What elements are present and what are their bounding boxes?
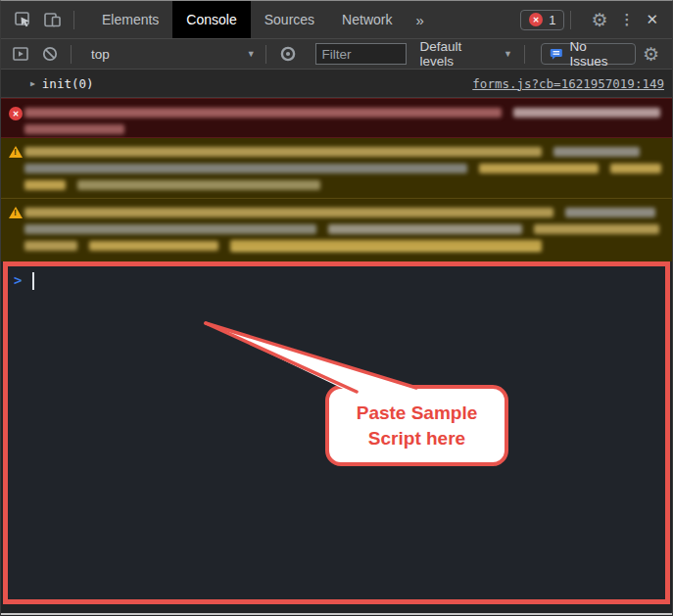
live-expression-eye-button[interactable] xyxy=(272,39,304,69)
tab-sources[interactable]: Sources xyxy=(251,1,328,38)
console-input-region: > xyxy=(1,261,672,604)
window-bottom-edge xyxy=(1,604,672,616)
redacted-text-segment xyxy=(553,147,640,157)
inspect-cursor-icon xyxy=(15,12,31,27)
inspect-element-button[interactable] xyxy=(9,5,37,34)
close-icon: ✕ xyxy=(646,11,658,28)
error-count-badge[interactable]: ✕ 1 xyxy=(520,10,564,30)
console-prompt-chevron-icon: > xyxy=(14,271,22,289)
redacted-text-segment xyxy=(24,108,502,118)
divider xyxy=(71,45,72,64)
log-levels-dropdown[interactable]: Default levels ▼ xyxy=(420,39,516,69)
panel-tabs: Elements Console Sources Network » xyxy=(88,1,434,38)
text-cursor xyxy=(32,272,34,290)
redacted-text-segment xyxy=(230,240,542,252)
console-warning-message-2 xyxy=(1,199,672,261)
device-toolbar-icon xyxy=(43,12,62,28)
redacted-text-segment xyxy=(24,164,467,173)
expand-triangle-icon[interactable]: ▶ xyxy=(30,79,35,88)
divider xyxy=(570,11,571,29)
redacted-text-segment xyxy=(24,180,66,190)
kebab-menu-icon: ⋮ xyxy=(619,11,634,28)
trace-text: init(0) xyxy=(42,76,94,91)
chevron-down-icon: ▼ xyxy=(504,49,512,59)
more-tabs-button[interactable]: » xyxy=(406,1,433,38)
log-levels-value: Default levels xyxy=(420,39,498,69)
chevron-down-icon: ▼ xyxy=(247,49,256,59)
tab-elements[interactable]: Elements xyxy=(88,1,172,38)
divider xyxy=(265,45,266,64)
console-error-message: ✕ xyxy=(1,98,672,138)
redacted-warning-text xyxy=(24,205,664,254)
redacted-error-text xyxy=(24,105,664,137)
issues-button[interactable]: No Issues xyxy=(541,43,636,65)
redacted-text-segment xyxy=(513,108,660,118)
block-icon xyxy=(42,46,58,62)
warning-icon xyxy=(9,146,23,158)
devtools-menu-button[interactable]: ⋮ xyxy=(613,5,640,34)
redacted-text-segment xyxy=(24,224,316,234)
redacted-warning-text xyxy=(24,144,664,193)
console-trace-row: ▶ init(0) forms.js?cb=1621957019:149 xyxy=(1,70,672,98)
clear-console-button[interactable] xyxy=(35,39,65,69)
settings-button[interactable]: ⚙ xyxy=(585,5,613,34)
sidebar-panel-icon xyxy=(13,47,28,61)
redacted-text-segment xyxy=(610,164,661,173)
redacted-text-segment xyxy=(479,164,599,173)
console-warning-message-1 xyxy=(1,138,672,199)
devtools-tab-bar: Elements Console Sources Network » ✕ 1 ⚙… xyxy=(1,1,672,39)
tab-console[interactable]: Console xyxy=(172,1,250,38)
divider xyxy=(524,45,525,64)
console-toolbar: top ▼ Default levels ▼ No Issues ⚙ xyxy=(1,39,672,70)
redacted-text-segment xyxy=(89,241,218,251)
eye-icon xyxy=(279,46,297,62)
issues-label: No Issues xyxy=(570,39,627,69)
redacted-text-segment xyxy=(534,224,659,234)
error-icon: ✕ xyxy=(9,107,23,120)
devtools-window: Elements Console Sources Network » ✕ 1 ⚙… xyxy=(0,0,673,616)
redacted-text-segment xyxy=(77,180,320,190)
redacted-text-segment xyxy=(24,147,542,157)
redacted-text-segment xyxy=(24,208,553,217)
console-input[interactable]: > xyxy=(3,261,670,604)
filter-input[interactable] xyxy=(315,43,407,65)
source-link[interactable]: forms.js?cb=1621957019:149 xyxy=(472,76,664,91)
warning-icon xyxy=(9,207,23,218)
error-circle-icon: ✕ xyxy=(529,13,543,26)
redacted-text-segment xyxy=(24,241,77,251)
error-count: 1 xyxy=(549,13,555,27)
redacted-text-segment xyxy=(328,224,522,234)
issues-flag-icon xyxy=(550,48,564,61)
console-settings-button[interactable]: ⚙ xyxy=(636,39,666,69)
redacted-text-segment xyxy=(565,208,655,217)
redacted-text-segment xyxy=(24,124,124,134)
gear-icon: ⚙ xyxy=(591,11,607,29)
tab-network[interactable]: Network xyxy=(328,1,406,38)
context-value: top xyxy=(91,47,110,62)
javascript-context-dropdown[interactable]: top ▼ xyxy=(91,47,256,62)
divider xyxy=(73,11,74,29)
gear-icon: ⚙ xyxy=(643,45,659,64)
device-toolbar-button[interactable] xyxy=(37,5,68,34)
console-sidebar-toggle-button[interactable] xyxy=(6,39,35,69)
close-devtools-button[interactable]: ✕ xyxy=(640,5,664,34)
